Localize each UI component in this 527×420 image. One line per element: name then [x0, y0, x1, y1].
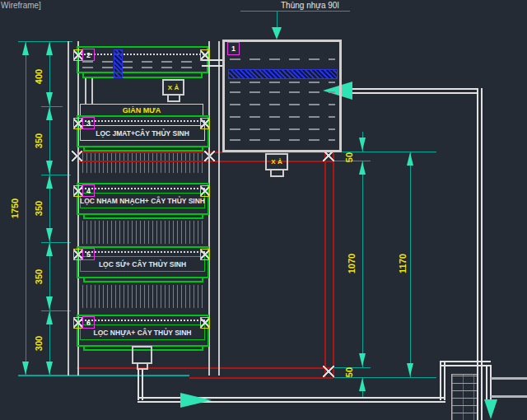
return-pipe-horizontal	[350, 88, 478, 94]
dim-line-1170	[410, 152, 411, 377]
tray-mesh-line	[81, 320, 205, 321]
dim-value-1170: 1170	[397, 245, 408, 282]
corner-x-marker	[200, 118, 210, 129]
tray-mesh-line	[81, 54, 204, 55]
filter-label-su: LỌC SỨ+ CÂY THỦY SINH	[80, 256, 205, 272]
sump-inlet-pipe	[440, 361, 491, 366]
sump-ledge	[491, 377, 527, 380]
water-dashes	[230, 91, 335, 93]
water-dashes	[230, 139, 335, 141]
corner-x-marker	[200, 185, 210, 197]
dim-arrow	[46, 92, 53, 105]
tag-3: 3	[82, 117, 95, 129]
dim-arrow	[46, 362, 53, 375]
tank-callout-text: Thùng nhựa 90l	[281, 1, 339, 10]
filter-label-jmat: LỌC JMAT+CÂY THỦY SINH	[80, 125, 205, 141]
tag-5: 5	[82, 248, 95, 260]
dim-arrow	[46, 107, 53, 120]
red-pipe-line	[333, 152, 334, 377]
dim-arrow	[46, 42, 53, 55]
dim-value-350-a: 350	[33, 123, 44, 159]
dim-value-50-bottom: 50	[343, 354, 355, 390]
dim-arrow	[22, 42, 29, 55]
dim-arrow	[46, 161, 53, 174]
water-dashes	[230, 128, 335, 130]
plastic-tank	[222, 40, 342, 152]
tag-1: 1	[227, 42, 240, 55]
rain-tray	[77, 46, 208, 73]
rain-tray-lip	[82, 72, 203, 78]
dim-arrow	[46, 243, 53, 256]
red-pipe-line	[324, 152, 326, 377]
dim-arrow	[22, 362, 29, 375]
outlet-box	[132, 346, 152, 364]
sump-ledge	[491, 395, 527, 398]
sump-brick-wall	[451, 374, 478, 420]
dim-arrow	[46, 228, 53, 241]
tag-2: 2	[82, 49, 95, 61]
callout-leader	[277, 11, 277, 28]
drain-valve-top: X Ả	[162, 79, 184, 96]
drain-valve-foot	[167, 96, 180, 102]
dim-arrow	[359, 161, 366, 175]
tag-4: 4	[82, 184, 95, 197]
drip-hatch	[82, 285, 203, 308]
dim-value-350-b: 350	[33, 190, 44, 226]
corner-x-marker	[200, 317, 210, 329]
dim-arrow	[359, 378, 366, 391]
flow-arrow-right	[180, 393, 212, 408]
dim-arrow	[359, 353, 366, 366]
red-pipe-line	[189, 377, 333, 379]
red-pipe-line	[77, 367, 333, 369]
drip-hatch	[82, 153, 203, 173]
junction-x-marker	[323, 366, 334, 377]
outlet-foot	[137, 364, 148, 370]
water-dashes	[230, 58, 335, 60]
dim-arrow	[46, 311, 53, 324]
viewport-control-label[interactable]: Wireframe]	[1, 1, 41, 10]
tray-leg	[91, 78, 93, 104]
water-level-band	[228, 69, 338, 79]
rain-bar: GIÀN MƯA	[80, 104, 203, 116]
drain-valve-tank: X Ả	[265, 153, 288, 170]
overflow-standpipe	[114, 49, 123, 78]
tag-6: 6	[82, 316, 95, 329]
water-dashes	[230, 104, 335, 105]
dim-value-1750: 1750	[9, 190, 21, 226]
corner-x-marker	[200, 249, 210, 260]
tray-mesh-line	[81, 120, 205, 122]
tray-lip	[83, 213, 203, 219]
water-dashes	[82, 61, 201, 63]
dim-arrow	[46, 175, 53, 189]
drip-hatch	[82, 221, 203, 244]
filter-label-nhua: LỌC NHỰA+ CÂY THỦY SINH	[80, 324, 205, 340]
tray-mesh-line	[81, 188, 205, 189]
dim-value-1070: 1070	[346, 245, 357, 282]
return-pipe-vertical	[477, 88, 483, 420]
water-dashes	[230, 116, 335, 118]
dim-arrow	[46, 296, 53, 310]
filter-label-nham-thach: LỌC NHAM NHẠCH+ CÂY THỦY SINH	[80, 193, 205, 208]
dim-line-segments	[49, 41, 50, 376]
tray-lip	[83, 146, 203, 152]
dim-line-1070	[362, 161, 363, 367]
rack-post-right	[208, 41, 220, 376]
tray-lip	[83, 277, 203, 282]
callout-arrow-down	[272, 27, 282, 40]
cad-viewport[interactable]: Wireframe] 400 350 350 350 300 1750 50 1…	[0, 0, 527, 420]
flow-arrow-down	[484, 399, 497, 419]
water-dashes	[230, 82, 335, 83]
riser-pipe	[440, 362, 445, 400]
feed-pipe	[202, 59, 224, 67]
dim-value-400: 400	[33, 58, 44, 95]
tray-leg	[85, 78, 86, 104]
dim-line-total	[26, 41, 26, 376]
dim-value-300: 300	[33, 325, 44, 362]
outlet-pipe	[138, 370, 143, 400]
drain-valve-foot	[270, 170, 284, 177]
dim-value-50-top: 50	[343, 139, 355, 175]
dim-arrow	[407, 363, 413, 376]
dim-value-350-c: 350	[33, 259, 44, 295]
water-dashes	[82, 67, 201, 68]
dim-arrow	[407, 152, 413, 166]
